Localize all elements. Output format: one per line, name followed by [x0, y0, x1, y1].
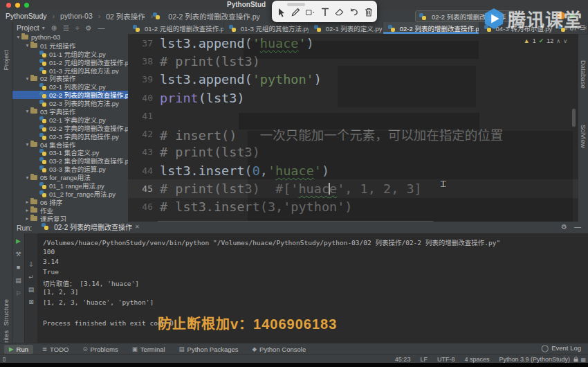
- tree-chevron-icon[interactable]: ▾: [24, 141, 30, 147]
- breadcrumb-folder[interactable]: python-03: [60, 12, 93, 20]
- hide-panel-icon[interactable]: —: [98, 24, 105, 32]
- event-log-button[interactable]: ◯ Event Log: [542, 344, 581, 352]
- print-icon[interactable]: ▤: [28, 286, 35, 293]
- caret-position[interactable]: 45:23: [395, 356, 411, 363]
- gear-icon[interactable]: ⚙: [86, 24, 92, 32]
- toolwindow-button-terminal[interactable]: ▣Terminal: [127, 345, 170, 354]
- tree-chevron-icon[interactable]: ▾: [24, 108, 30, 114]
- tree-chevron-icon[interactable]: ▸: [24, 199, 30, 205]
- hide-panel-icon[interactable]: —: [574, 223, 581, 231]
- toolwindow-button-run[interactable]: ▶Run: [4, 345, 33, 354]
- toolwindow-button-problems[interactable]: ⊙Problems: [77, 345, 122, 354]
- run-configuration-select[interactable]: 02-2 列表的增删改查操作 ▾: [415, 10, 515, 22]
- tree-item[interactable]: ▾03 字典操作: [12, 107, 128, 116]
- hidden-tabs-chevron-icon[interactable]: ⌄: [563, 24, 569, 31]
- tree-chevron-icon[interactable]: ▾: [24, 174, 30, 181]
- run-tab-label: 02-2 列表的增删改查操作: [54, 222, 132, 232]
- tree-chevron-icon[interactable]: ▾: [15, 34, 21, 40]
- next-problem-icon[interactable]: ∨: [563, 38, 567, 44]
- trash-icon[interactable]: [364, 7, 373, 17]
- tree-item[interactable]: 01-1 元组的定义.py: [12, 50, 128, 58]
- tree-item[interactable]: 03-3 集合的运算.py: [12, 165, 128, 173]
- interpreter-setting[interactable]: Python 3.9 (PythonStudy): [499, 356, 570, 363]
- locate-file-icon[interactable]: ⊕: [51, 24, 57, 32]
- toolwindow-button-python-packages[interactable]: ▤Python Packages: [174, 345, 244, 354]
- line-separator[interactable]: LF: [420, 356, 428, 363]
- editor-tab[interactable]: 01-2 元组的增删改查操作.py✕: [128, 22, 224, 34]
- tool-button-project[interactable]: Project: [2, 50, 10, 71]
- tree-item[interactable]: ▾02 列表操作: [12, 74, 128, 82]
- undo-icon[interactable]: [349, 7, 358, 17]
- run-button[interactable]: ▶: [570, 11, 576, 20]
- breadcrumb-subfolder[interactable]: 02 列表操作: [106, 11, 145, 21]
- tab-options-icon[interactable]: ☰: [580, 24, 585, 31]
- wrench-icon[interactable]: ⚒: [15, 251, 21, 258]
- tree-item[interactable]: 02-3 字典的其他操作.py: [12, 132, 128, 141]
- profiler-icon[interactable]: [558, 12, 565, 19]
- text-icon[interactable]: [320, 7, 329, 17]
- tree-item[interactable]: 01-3 元组的其他方法.py: [12, 66, 128, 75]
- tree-chevron-icon[interactable]: ▾: [24, 42, 30, 48]
- editor-tab[interactable]: 01-3 元组的其他方法.py✕: [224, 22, 309, 34]
- tree-item[interactable]: 02-2 字典的增删改查操作.py: [12, 124, 128, 132]
- prev-problem-icon[interactable]: ∧: [556, 38, 560, 44]
- indent-setting[interactable]: 4 spaces: [464, 356, 489, 363]
- gear-icon[interactable]: ⚙: [561, 223, 567, 231]
- scroll-to-end-icon[interactable]: ⇩: [28, 261, 34, 268]
- pen-icon[interactable]: [291, 7, 300, 17]
- toolwindow-switcher-icon[interactable]: ▯: [3, 356, 6, 362]
- tree-item[interactable]: ▾04 集合操作: [12, 141, 128, 149]
- expand-icon[interactable]: ÷: [75, 24, 80, 32]
- rerun-icon[interactable]: ▶: [16, 238, 21, 244]
- tree-item[interactable]: ▾python-03: [12, 33, 128, 42]
- tree-item[interactable]: 03-2 集合的增删改查操作.py: [12, 156, 128, 165]
- collapse-all-icon[interactable]: ☰: [63, 24, 69, 32]
- pin-icon[interactable]: ⚐: [15, 290, 21, 297]
- tree-item[interactable]: 01_2 for_range用法.py: [12, 190, 128, 198]
- breadcrumb-project[interactable]: PythonStudy: [6, 12, 47, 20]
- inspection-widget[interactable]: ▲1 ✔12 ∧ ∨: [524, 37, 567, 44]
- close-icon[interactable]: ✕: [135, 224, 140, 230]
- soft-wrap-icon[interactable]: ↵: [28, 274, 34, 280]
- tree-item[interactable]: ▸作业: [12, 206, 128, 215]
- annotation-toolbar[interactable]: [272, 1, 377, 22]
- editor-tab[interactable]: 04-3 转为布尔值.py✕: [479, 22, 553, 34]
- editor-tab[interactable]: 02-1 列表的定义.py✕: [309, 22, 383, 34]
- toolwindow-button-todo[interactable]: ≣TODO: [37, 345, 73, 354]
- annotation-shade: [338, 66, 476, 107]
- clear-console-icon[interactable]: ⊠: [28, 298, 34, 305]
- eraser-icon[interactable]: [335, 7, 344, 17]
- tree-item[interactable]: 02-1 字典的定义.py: [12, 116, 128, 124]
- breadcrumb-file[interactable]: 02-2 列表的增删改查操作.py: [168, 11, 259, 21]
- minimize-window-button[interactable]: [15, 3, 20, 8]
- restore-layout-icon[interactable]: ▤: [15, 277, 21, 284]
- tree-item[interactable]: ▾05 for_range用法: [12, 173, 128, 181]
- tree-chevron-icon[interactable]: ▸: [24, 215, 30, 222]
- rectangle-icon[interactable]: [306, 7, 315, 17]
- project-panel-title[interactable]: Project: [17, 24, 39, 32]
- tree-item[interactable]: 01-2 元组的增删改查操作.py: [12, 58, 128, 66]
- code-editor[interactable]: 37lst3.append('huace')38# print(lst3)39l…: [128, 34, 578, 222]
- python-file-icon: [314, 25, 321, 32]
- tree-item[interactable]: 02-1 列表的定义.py: [12, 82, 128, 91]
- tree-chevron-icon[interactable]: ▾: [24, 75, 30, 82]
- tool-button-structure[interactable]: Structure: [2, 299, 10, 326]
- tree-item[interactable]: ▾01 元组操作: [12, 42, 128, 50]
- tree-item[interactable]: ▸06 排序: [12, 198, 128, 206]
- tree-item[interactable]: 02-2 列表的增删改查操作.py: [12, 91, 128, 99]
- tree-item-label: 03-1 集合定义.py: [49, 148, 99, 156]
- file-encoding[interactable]: UTF-8: [437, 356, 455, 363]
- cursor-icon[interactable]: [277, 7, 286, 17]
- stop-icon[interactable]: ■: [17, 264, 20, 271]
- toolbar-drag-handle[interactable]: [287, 3, 305, 6]
- run-tab[interactable]: 02-2 列表的增删改查操作 ✕: [39, 221, 143, 235]
- tree-item[interactable]: 03-1 集合定义.py: [12, 148, 128, 156]
- tree-item[interactable]: 01_1 range用法.py: [12, 181, 128, 190]
- close-window-button[interactable]: [6, 3, 11, 8]
- zoom-window-button[interactable]: [24, 3, 29, 8]
- editor-tab[interactable]: 02-2 列表的增删改查操作.py✕: [383, 22, 479, 34]
- vertical-scrollbar[interactable]: [572, 109, 576, 127]
- tree-chevron-icon[interactable]: ▸: [24, 207, 30, 213]
- tree-item[interactable]: 02-3 列表的其他方法.py: [12, 99, 128, 107]
- toolwindow-button-python-console[interactable]: ◆Python Console: [248, 345, 311, 354]
